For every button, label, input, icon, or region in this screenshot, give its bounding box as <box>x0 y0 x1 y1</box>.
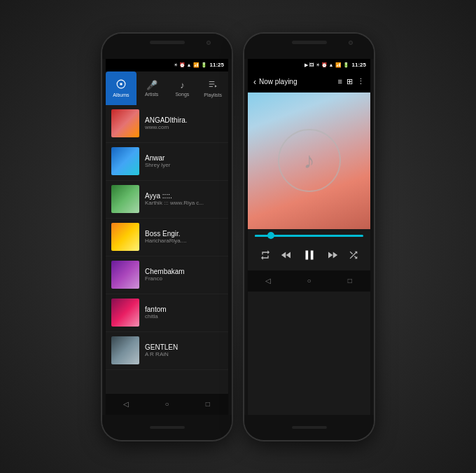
album-art: ♪ <box>248 92 370 229</box>
phone-2-bottom <box>244 415 374 440</box>
nav-home-2[interactable]: ○ <box>302 274 316 288</box>
list-item[interactable]: Anwar Shrey Iyer <box>106 143 228 181</box>
mic-icon: 🎤 <box>146 80 158 90</box>
playback-controls <box>248 240 370 270</box>
list-item[interactable]: ANGADIthira. www.com <box>106 105 228 143</box>
tab-playlists[interactable]: Playlists <box>197 71 228 105</box>
progress-bar[interactable] <box>255 235 363 237</box>
song-title-1: ANGADIthira. <box>145 116 223 124</box>
tab-albums[interactable]: Albums <box>106 71 136 105</box>
status-icons-2: ▶ 🖼 ☀ ⏰ ▲ 📶 🔋 11:25 <box>304 62 366 68</box>
back-button[interactable]: ‹ <box>253 77 256 87</box>
music-note-icon: ♪ <box>304 148 315 174</box>
status-bar-1: ☀ ⏰ ▲ 📶 🔋 11:25 <box>106 59 228 71</box>
song-artist-1: www.com <box>145 124 223 130</box>
progress-section[interactable] <box>248 229 370 240</box>
song-artist-4: HaricharaRiya.... <box>145 238 223 244</box>
tab-songs-label: Songs <box>175 92 189 97</box>
list-item[interactable]: Ayya ::::. Karthik ::: www.Riya c... <box>106 181 228 219</box>
song-title-2: Anwar <box>145 154 223 162</box>
list-item[interactable]: fantom chitla <box>106 294 228 332</box>
song-info-5: Chembakam Franco <box>145 268 223 282</box>
song-title-3: Ayya ::::. <box>145 192 223 200</box>
music-circle: ♪ <box>278 129 341 192</box>
status-time-2: 11:25 <box>352 62 366 68</box>
speaker-slot-2 <box>292 41 327 44</box>
list-item[interactable]: Boss Engir. HaricharaRiya.... <box>106 219 228 256</box>
song-artist-3: Karthik ::: www.Riya c... <box>145 200 223 206</box>
now-playing-header: ‹ Now playing ≡ ⊞ ⋮ <box>248 71 370 92</box>
now-playing-title: Now playing <box>259 78 335 85</box>
song-info-2: Anwar Shrey Iyer <box>145 154 223 168</box>
nav-recent-2[interactable]: □ <box>343 274 357 288</box>
menu-list-icon[interactable]: ≡ <box>338 77 342 86</box>
phone-1-screen: ☀ ⏰ ▲ 📶 🔋 11:25 Al <box>106 59 228 415</box>
tab-artists[interactable]: 🎤 Artists <box>136 71 167 105</box>
phone-2-top <box>244 34 374 59</box>
fast-forward-button[interactable] <box>326 249 339 261</box>
signal-icon: ▲ <box>187 62 192 67</box>
phone-1-top <box>102 34 232 59</box>
nav-bar-1: ◁ ○ □ <box>106 394 228 415</box>
song-info-1: ANGADIthira. www.com <box>145 116 223 130</box>
nav-back-2[interactable]: ◁ <box>261 274 275 288</box>
brightness-icon-2: ☀ <box>316 62 320 68</box>
repeat-button[interactable] <box>260 249 271 261</box>
svg-point-1 <box>120 83 122 85</box>
song-artist-7: A R RAiN <box>145 351 223 357</box>
alarm-icon: ⏰ <box>179 62 186 68</box>
nav-home-1[interactable]: ○ <box>160 397 174 411</box>
equalizer-icon[interactable]: ⊞ <box>346 77 353 86</box>
header-icons: ≡ ⊞ ⋮ <box>338 77 365 86</box>
tab-songs[interactable]: ♪ Songs <box>167 71 198 105</box>
nav-bar-2: ◁ ○ □ <box>248 270 370 292</box>
disc-icon <box>116 79 126 91</box>
phone-1: ☀ ⏰ ▲ 📶 🔋 11:25 Al <box>102 34 232 440</box>
play-status-icon: ▶ <box>304 62 308 68</box>
tab-artists-label: Artists <box>145 92 158 97</box>
song-title-7: GENTLEN <box>145 343 223 351</box>
phone-2-screen: ▶ 🖼 ☀ ⏰ ▲ 📶 🔋 11:25 ‹ Now playing ≡ ⊞ ⋮ <box>248 59 370 415</box>
signal-icon-2: ▲ <box>329 62 334 67</box>
alarm-icon-2: ⏰ <box>321 62 328 68</box>
song-artist-6: chitla <box>145 313 223 320</box>
image-icon: 🖼 <box>309 62 314 67</box>
bottom-speaker-2 <box>292 426 327 429</box>
song-info-4: Boss Engir. HaricharaRiya.... <box>145 230 223 244</box>
album-thumb-2 <box>111 147 139 175</box>
album-thumb-7 <box>111 336 139 364</box>
nav-back-1[interactable]: ◁ <box>119 397 133 411</box>
album-thumb-3 <box>111 185 139 213</box>
song-artist-5: Franco <box>145 275 223 282</box>
list-item[interactable]: Chembakam Franco <box>106 256 228 294</box>
brightness-icon: ☀ <box>174 62 178 68</box>
rewind-button[interactable] <box>280 249 293 261</box>
status-time-1: 11:25 <box>210 62 224 68</box>
shuffle-button[interactable] <box>348 249 359 261</box>
phone-1-bottom <box>102 415 232 440</box>
wifi-icon-2: 📶 <box>335 62 342 68</box>
song-title-4: Boss Engir. <box>145 230 223 238</box>
more-options-icon[interactable]: ⋮ <box>357 77 365 86</box>
song-info-3: Ayya ::::. Karthik ::: www.Riya c... <box>145 192 223 206</box>
song-info-7: GENTLEN A R RAiN <box>145 343 223 357</box>
status-icons-1: ☀ ⏰ ▲ 📶 🔋 11:25 <box>174 62 224 68</box>
song-list: ANGADIthira. www.com Anwar Shrey Iyer Ay… <box>106 105 228 394</box>
front-camera <box>206 41 211 45</box>
play-pause-button[interactable] <box>302 247 317 263</box>
song-title-5: Chembakam <box>145 268 223 275</box>
nav-recent-1[interactable]: □ <box>201 397 215 411</box>
speaker-slot <box>150 41 185 44</box>
album-thumb-4 <box>111 223 139 251</box>
list-item[interactable]: GENTLEN A R RAiN <box>106 332 228 370</box>
progress-thumb <box>267 232 274 239</box>
front-camera-2 <box>349 41 353 45</box>
tab-bar: Albums 🎤 Artists ♪ Songs <box>106 71 228 105</box>
svg-marker-5 <box>215 85 217 88</box>
battery-icon: 🔋 <box>201 62 207 68</box>
song-info-6: fantom chitla <box>145 306 223 320</box>
song-artist-2: Shrey Iyer <box>145 162 223 168</box>
playlist-icon <box>208 79 218 91</box>
album-thumb-1 <box>111 109 139 137</box>
bottom-speaker-1 <box>150 426 185 429</box>
